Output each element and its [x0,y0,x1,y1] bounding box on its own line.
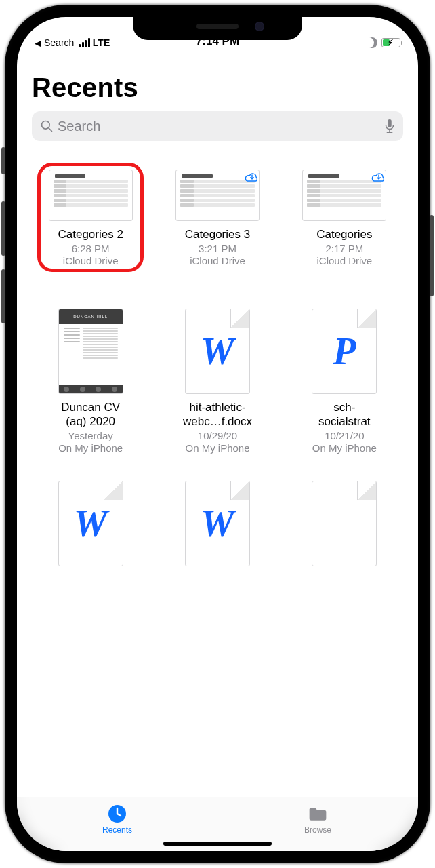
tab-recents[interactable]: Recents [17,797,218,840]
file-item-hit-athletic[interactable]: W hit-athletic- webc…f.docx 10/29/20 On … [159,309,276,454]
file-location: iCloud Drive [190,255,245,267]
word-document-thumbnail: W [185,481,250,566]
tab-label: Browse [304,825,331,835]
file-item-duncan-cv[interactable]: DUNCAN HILL Duncan CV (aq) 2020 Yesterda… [32,309,149,454]
tab-label: Recents [102,825,132,835]
pages-icon: P [312,309,376,393]
signal-icon [79,38,90,47]
spreadsheet-thumbnail [49,170,133,221]
search-input[interactable]: Search [32,111,403,141]
volume-up-button [1,201,5,256]
file-location: On My iPhone [58,442,123,454]
file-item-categories-3[interactable]: Categories 3 3:21 PM iCloud Drive [159,170,276,267]
battery-icon: ⚡︎ [381,38,400,47]
file-item-categories-2[interactable]: Categories 2 6:28 PM iCloud Drive [32,170,149,267]
file-item[interactable]: W [32,481,149,566]
tab-browse[interactable]: Browse [218,797,418,840]
word-icon: W [186,309,249,393]
search-placeholder: Search [58,119,380,134]
carrier-label: LTE [93,37,110,48]
file-name: hit-athletic- webc…f.docx [183,401,252,429]
file-name: Categories 3 [185,228,250,241]
document-thumbnail: DUNCAN HILL [58,309,123,394]
file-time: 2:17 PM [325,243,363,254]
mute-switch [1,147,5,174]
svg-line-1 [49,128,52,132]
svg-rect-2 [388,119,392,127]
clock-icon [107,804,127,824]
folder-icon [308,804,328,824]
file-time: 6:28 PM [72,243,110,254]
screen: ◀ Search LTE 7:14 PM ⚡︎ Recents [17,17,418,851]
file-name: Categories 2 [58,228,123,241]
file-name: sch- socialstrat [318,401,371,429]
volume-down-button [1,269,5,323]
file-time: 10/29/20 [198,430,237,441]
content-area: Recents Search [17,50,418,797]
cloud-download-icon [243,170,260,182]
file-item[interactable] [286,481,403,566]
file-location: iCloud Drive [63,255,119,267]
word-document-thumbnail: W [58,481,123,566]
word-document-thumbnail: W [185,309,250,394]
back-chevron-icon: ◀ [35,38,41,48]
power-button [430,215,434,296]
word-icon: W [186,481,249,566]
home-indicator[interactable] [163,842,272,846]
file-item-categories[interactable]: Categories 2:17 PM iCloud Drive [286,170,403,267]
pages-document-thumbnail: P [312,309,377,394]
file-time: 3:21 PM [199,243,236,254]
notch [133,17,302,40]
document-thumbnail [312,481,377,566]
cloud-download-icon [370,170,386,182]
word-icon: W [59,481,123,566]
page-title: Recents [32,73,403,103]
file-item[interactable]: W [159,481,276,566]
spreadsheet-thumbnail [302,170,386,221]
file-location: On My iPhone [312,442,377,454]
file-location: On My iPhone [185,442,249,454]
file-name: Duncan CV (aq) 2020 [61,401,120,429]
mic-icon[interactable] [384,119,395,134]
back-label: Search [44,37,74,48]
file-location: iCloud Drive [316,255,372,267]
file-time: Yesterday [68,430,113,441]
back-to-search[interactable]: ◀ Search LTE [35,37,110,48]
do-not-disturb-icon [367,37,377,48]
phone-frame: ◀ Search LTE 7:14 PM ⚡︎ Recents [5,5,430,863]
file-name: Categories [316,228,372,241]
file-time: 10/21/20 [325,430,364,441]
search-icon [40,119,54,133]
file-item-sch-socialstrat[interactable]: P sch- socialstrat 10/21/20 On My iPhone [286,309,403,454]
spreadsheet-thumbnail [175,170,260,221]
